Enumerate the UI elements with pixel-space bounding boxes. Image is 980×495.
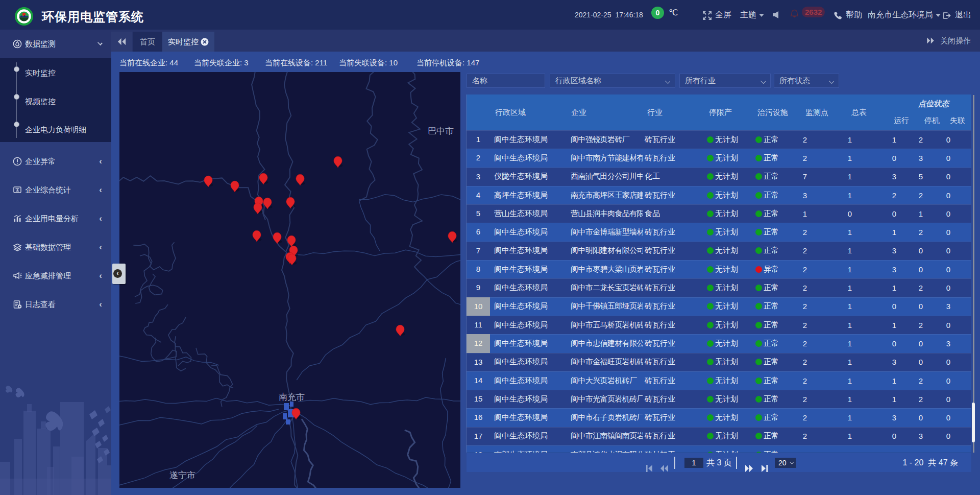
svg-text:遂宁市: 遂宁市 [169, 470, 195, 480]
svg-text:南充市: 南充市 [279, 392, 305, 402]
svg-text:巴中市: 巴中市 [428, 126, 454, 136]
